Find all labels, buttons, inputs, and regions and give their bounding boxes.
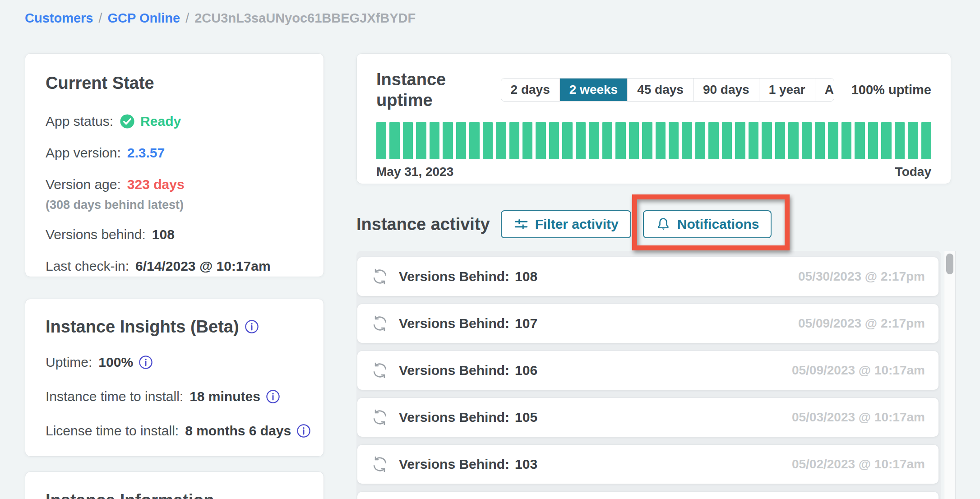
activity-scrollbar-track[interactable] [944, 251, 956, 499]
uptime-bar [629, 122, 639, 159]
uptime-bar [642, 122, 652, 159]
sync-icon [371, 408, 389, 426]
instance-insights-card: Instance Insights (Beta) Uptime:100% Ins… [25, 299, 324, 457]
instance-activity-title: Instance activity [356, 215, 490, 234]
uptime-range-tab-2-days[interactable]: 2 days [501, 79, 559, 101]
versions-behind-label: Versions behind: [46, 226, 146, 244]
uptime-bar [536, 122, 545, 159]
uptime-bar [895, 122, 905, 159]
info-icon[interactable] [296, 424, 311, 438]
filter-activity-button[interactable]: Filter activity [501, 210, 631, 238]
insight-value: 100% [98, 353, 133, 371]
info-icon[interactable] [245, 319, 259, 334]
uptime-bar [602, 122, 612, 159]
filter-activity-label: Filter activity [535, 217, 619, 232]
versions-behind-value: 108 [152, 226, 175, 244]
uptime-bar [656, 122, 666, 159]
app-version-value: 2.3.57 [127, 144, 165, 162]
sliders-icon [513, 217, 529, 232]
activity-row-label: Versions Behind: [399, 457, 509, 472]
uptime-bar [496, 122, 506, 159]
uptime-bar [802, 122, 812, 159]
activity-row-timestamp: 05/03/2023 @ 10:17am [792, 410, 925, 425]
uptime-bar [788, 122, 798, 159]
version-age-row: Version age: 323 days [46, 176, 303, 194]
uptime-bar [749, 122, 758, 159]
uptime-bar [430, 122, 439, 159]
uptime-bar [416, 122, 426, 159]
uptime-bar-chart [376, 122, 931, 159]
breadcrumb: Customers / GCP Online / 2CU3nL3saUNyoc6… [25, 11, 416, 26]
instance-detail-page: Customers / GCP Online / 2CU3nL3saUNyoc6… [0, 0, 980, 499]
info-icon[interactable] [139, 355, 153, 370]
activity-row-value: 108 [515, 269, 537, 284]
uptime-bar [921, 122, 931, 159]
instance-uptime-title: Instance uptime [376, 69, 501, 111]
uptime-bar [815, 122, 825, 159]
version-age-value: 323 days [127, 176, 185, 194]
activity-row: Versions Behind:10505/03/2023 @ 10:17am [357, 398, 938, 437]
uptime-bar [576, 122, 586, 159]
sync-icon [371, 268, 389, 286]
insight-row: Uptime:100% [46, 353, 303, 371]
uptime-bar [562, 122, 572, 159]
activity-row-value: 103 [515, 457, 537, 472]
insight-label: Uptime: [46, 353, 92, 371]
instance-uptime-card: Instance uptime 2 days2 weeks45 days90 d… [356, 53, 951, 184]
uptime-bar [483, 122, 493, 159]
uptime-range-tab-all[interactable]: All [815, 79, 834, 101]
last-checkin-value: 6/14/2023 @ 10:17am [135, 257, 270, 275]
activity-row-value: 105 [515, 410, 537, 425]
uptime-bar [456, 122, 466, 159]
uptime-bar [549, 122, 559, 159]
breadcrumb-link-customer[interactable]: GCP Online [108, 11, 180, 26]
uptime-range-tab-90-days[interactable]: 90 days [693, 79, 759, 101]
activity-row-label: Versions Behind: [399, 410, 509, 425]
last-checkin-label: Last check-in: [46, 257, 129, 275]
activity-header: Instance activity Filter activity Notifi… [356, 210, 951, 238]
breadcrumb-instance-id: 2CU3nL3saUNyoc61BBEGJXfBYDF [194, 11, 416, 26]
left-column: Current State App status: Ready App vers… [25, 53, 324, 499]
chart-start-label: May 31, 2023 [376, 165, 453, 179]
insight-value: 18 minutes [190, 388, 260, 406]
activity-scrollbar-thumb[interactable] [946, 254, 953, 274]
sync-icon [371, 455, 389, 473]
activity-row-value: 107 [515, 316, 537, 331]
breadcrumb-separator: / [99, 11, 102, 26]
uptime-bar [695, 122, 705, 159]
uptime-bar [403, 122, 413, 159]
uptime-bar [389, 122, 399, 159]
instance-information-card: Instance Information [25, 471, 324, 499]
activity-list: Versions Behind:10805/30/2023 @ 2:17pm V… [356, 251, 941, 499]
uptime-range-tab-2-weeks[interactable]: 2 weeks [559, 79, 627, 101]
uptime-bar [775, 122, 785, 159]
uptime-range-tab-45-days[interactable]: 45 days [627, 79, 693, 101]
instance-insights-title: Instance Insights (Beta) [46, 316, 239, 337]
instance-information-title: Instance Information [46, 490, 303, 499]
activity-row: Versions Behind:10705/09/2023 @ 2:17pm [357, 304, 938, 343]
current-state-card: Current State App status: Ready App vers… [25, 53, 324, 277]
insights-rows: Uptime:100% Instance time to install:18 … [46, 353, 303, 440]
notifications-button[interactable]: Notifications [643, 210, 772, 238]
activity-row-label: Versions Behind: [399, 269, 509, 284]
activity-row-label: Versions Behind: [399, 316, 509, 331]
last-checkin-row: Last check-in: 6/14/2023 @ 10:17am [46, 257, 303, 275]
uptime-bar [522, 122, 532, 159]
info-icon[interactable] [266, 389, 280, 404]
activity-row-timestamp: 05/09/2023 @ 2:17pm [798, 316, 925, 331]
uptime-bar [669, 122, 679, 159]
notifications-label: Notifications [677, 217, 759, 232]
uptime-bar [855, 122, 864, 159]
uptime-bar [828, 122, 838, 159]
uptime-bar [735, 122, 745, 159]
breadcrumb-separator: / [185, 11, 189, 26]
uptime-range-tab-1-year[interactable]: 1 year [759, 79, 815, 101]
breadcrumb-link-customers[interactable]: Customers [25, 11, 93, 26]
insight-row: Instance time to install:18 minutes [46, 388, 303, 406]
app-status-row: App status: Ready [46, 112, 303, 130]
insight-label: License time to install: [46, 422, 179, 440]
uptime-bar [469, 122, 479, 159]
uptime-bar [589, 122, 599, 159]
uptime-bar [762, 122, 772, 159]
uptime-bar [376, 122, 386, 159]
